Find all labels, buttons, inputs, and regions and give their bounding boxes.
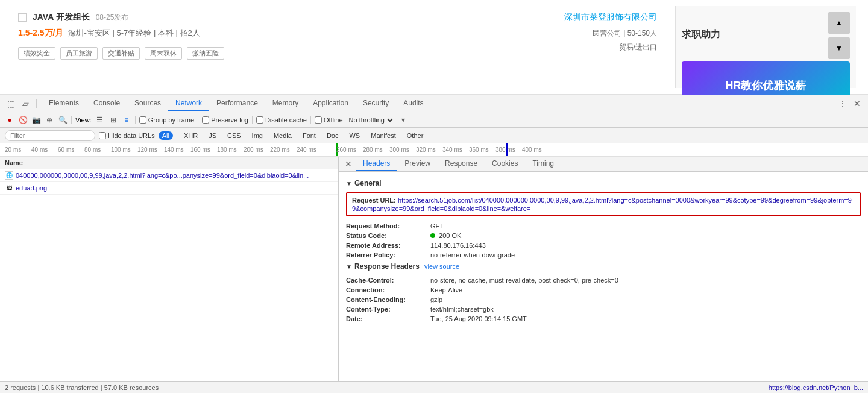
- filter-media-btn[interactable]: Media: [270, 131, 295, 140]
- filter-manifest-btn[interactable]: Manifest: [367, 131, 400, 140]
- filter-icon[interactable]: ⊕: [45, 115, 54, 125]
- tab-memory[interactable]: Memory: [265, 96, 306, 111]
- tab-security[interactable]: Security: [356, 96, 396, 111]
- offline-label[interactable]: Offline: [315, 116, 343, 124]
- job-title-row: JAVA 开发组长 08-25发布 深圳市莱登服饰有限公司: [18, 12, 657, 23]
- tick-340ms: 340 ms: [442, 146, 462, 153]
- tick-100ms: 100 ms: [111, 146, 131, 153]
- filter-doc-btn[interactable]: Doc: [323, 131, 342, 140]
- rp-tab-timing[interactable]: Timing: [525, 157, 561, 171]
- tick-20ms: 20 ms: [5, 146, 21, 153]
- cursor-icon[interactable]: ⬚: [5, 98, 17, 110]
- status-text: 2 requests | 10.6 KB transferred | 57.0 …: [5, 384, 159, 391]
- camera-btn[interactable]: 📷: [31, 115, 41, 125]
- close-devtools-icon[interactable]: ✕: [851, 98, 863, 110]
- status-dot: [430, 233, 435, 238]
- close-detail-btn[interactable]: ✕: [341, 157, 356, 171]
- record-btn[interactable]: ●: [5, 115, 14, 125]
- tab-sources[interactable]: Sources: [127, 96, 168, 111]
- bottom-status: 2 requests | 10.6 KB transferred | 57.0 …: [0, 381, 868, 393]
- rp-tab-cookies[interactable]: Cookies: [485, 157, 525, 171]
- job-meta: 深圳-宝安区 | 5-7年经验 | 本科 | 招2人: [68, 28, 200, 39]
- device-toggle-icon[interactable]: ▱: [19, 98, 31, 110]
- tick-400ms: 400 ms: [522, 146, 542, 153]
- tick-80ms: 80 ms: [84, 146, 101, 153]
- company-name[interactable]: 深圳市莱登服饰有限公司: [564, 12, 657, 23]
- referrer-policy-value: no-referrer-when-downgrade: [430, 251, 861, 259]
- rp-tab-response[interactable]: Response: [438, 157, 485, 171]
- cache-control-row: Cache-Control: no-store, no-cache, must-…: [346, 275, 861, 285]
- group-by-frame-checkbox[interactable]: [139, 116, 146, 124]
- disable-cache-label[interactable]: Disable cache: [256, 116, 307, 124]
- preserve-log-label[interactable]: Preserve log: [202, 116, 248, 124]
- general-section-header[interactable]: ▼ General: [346, 177, 861, 190]
- request-method-label: Request Method:: [346, 222, 430, 230]
- filter-ws-btn[interactable]: WS: [345, 131, 363, 140]
- network-toolbar: ● 🚫 📷 ⊕ 🔍 View: ☰ ⊞ ≡ Group by frame Pre…: [0, 112, 868, 128]
- filter-other-btn[interactable]: Other: [403, 131, 427, 140]
- devtools-tabs: Elements Console Sources Network Perform…: [42, 96, 834, 111]
- response-headers-row: ▼ Response Headers view source: [346, 260, 861, 273]
- scroll-up-btn[interactable]: ▲: [828, 12, 850, 34]
- left-panel: Name 🌐 040000,000000,0000,00,9,99,java,2…: [0, 157, 339, 381]
- filter-xhr-btn[interactable]: XHR: [180, 131, 201, 140]
- devtools: ⬚ ▱ Elements Console Sources Network Per…: [0, 95, 868, 393]
- rp-tab-headers[interactable]: Headers: [356, 157, 397, 171]
- request-icon-html: 🌐: [5, 171, 13, 180]
- sidebar-title: 求职助力: [682, 28, 720, 41]
- request-row-0[interactable]: 🌐 040000,000000,0000,00,9,99,java,2,2.ht…: [0, 169, 338, 182]
- connection-value: Keep-Alive: [430, 286, 861, 294]
- group-by-frame-label[interactable]: Group by frame: [139, 116, 194, 124]
- tab-console[interactable]: Console: [86, 96, 127, 111]
- throttling-arrow-icon[interactable]: ▾: [398, 115, 408, 125]
- request-row-1[interactable]: 🖼 eduad.png: [0, 182, 338, 195]
- general-arrow: ▼: [346, 180, 352, 187]
- status-code-row: Status Code: 200 OK: [346, 231, 861, 241]
- view-source-link[interactable]: view source: [424, 263, 459, 270]
- filter-all-btn[interactable]: All: [159, 131, 173, 140]
- filter-css-btn[interactable]: CSS: [224, 131, 245, 140]
- job-tags: 绩效奖金 员工旅游 交通补贴 周末双休 缴纳五险: [18, 47, 224, 60]
- tick-240ms: 240 ms: [297, 146, 316, 153]
- tab-audits[interactable]: Audits: [396, 96, 430, 111]
- tab-application[interactable]: Application: [306, 96, 356, 111]
- more-options-icon[interactable]: ⋮: [837, 98, 849, 110]
- tab-performance[interactable]: Performance: [209, 96, 265, 111]
- preserve-log-checkbox[interactable]: [202, 116, 209, 124]
- sidebar-area: 求职助力 ▲ ▼ HR教你优雅说薪: [675, 6, 856, 88]
- throttling-select[interactable]: No throttling: [347, 116, 395, 124]
- offline-checkbox[interactable]: [315, 116, 322, 124]
- rp-tab-preview[interactable]: Preview: [397, 157, 438, 171]
- filter-input[interactable]: [5, 130, 95, 141]
- main-content: Name 🌐 040000,000000,0000,00,9,99,java,2…: [0, 157, 868, 381]
- content-encoding-row: Content-Encoding: gzip: [346, 295, 861, 304]
- tick-60ms: 60 ms: [58, 146, 74, 153]
- status-url: https://blog.csdn.net/Python_b...: [769, 384, 863, 391]
- toolbar-sep3: [198, 116, 198, 124]
- tab-network[interactable]: Network: [168, 96, 209, 111]
- disable-cache-checkbox[interactable]: [256, 116, 263, 124]
- search-icon[interactable]: 🔍: [58, 115, 68, 125]
- job-checkbox[interactable]: [18, 13, 27, 22]
- waterfall-icon[interactable]: ≡: [122, 115, 131, 125]
- headers-content[interactable]: ▼ General Request URL: https://search.51…: [339, 172, 868, 381]
- right-panel-tabs: ✕ Headers Preview Response Cookies Timin…: [339, 157, 868, 172]
- request-method-value: GET: [430, 222, 861, 230]
- filter-img-btn[interactable]: Img: [248, 131, 266, 140]
- grid-view-icon[interactable]: ⊞: [108, 115, 118, 125]
- response-headers-section-header[interactable]: ▼ Response Headers: [346, 260, 420, 273]
- scroll-down-btn[interactable]: ▼: [828, 37, 850, 59]
- filter-font-btn[interactable]: Font: [299, 131, 319, 140]
- tab-elements[interactable]: Elements: [42, 96, 86, 111]
- tick-120ms: 120 ms: [137, 146, 157, 153]
- filter-js-btn[interactable]: JS: [205, 131, 220, 140]
- view-label: View:: [75, 116, 92, 124]
- hide-data-urls-label[interactable]: Hide data URLs: [99, 132, 155, 139]
- tick-380ms: 380 ms: [495, 146, 515, 153]
- tick-320ms: 320 ms: [416, 146, 436, 153]
- list-view-icon[interactable]: ☰: [95, 115, 105, 125]
- clear-btn[interactable]: 🚫: [18, 115, 28, 125]
- status-code-value: 200 OK: [430, 232, 861, 239]
- tag-trip: 员工旅游: [60, 47, 98, 60]
- hide-data-urls-checkbox[interactable]: [99, 132, 106, 139]
